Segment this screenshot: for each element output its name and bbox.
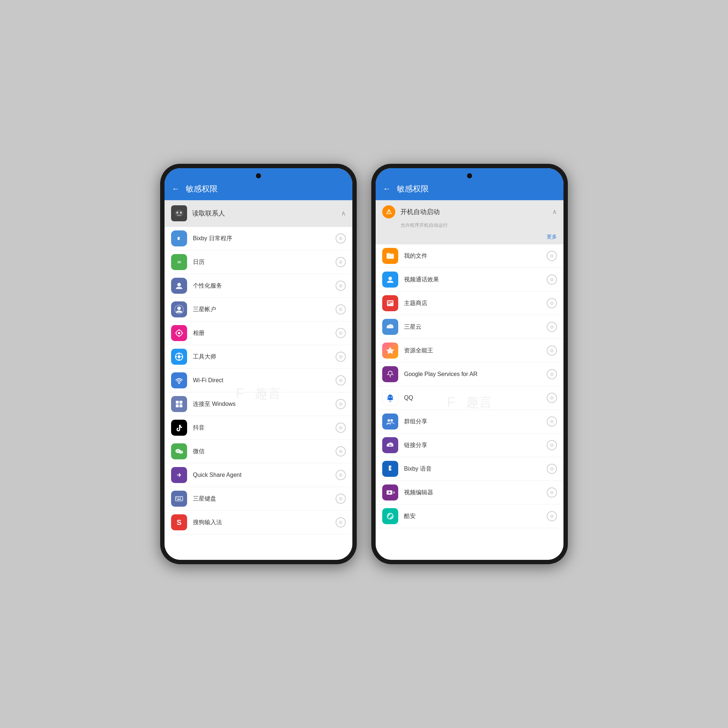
arrow-icon[interactable]: ⊙ [547, 416, 557, 427]
app-icon-theme [382, 295, 398, 311]
list-item[interactable]: Bixby 日常程序 ⊙ [165, 227, 352, 251]
list-item[interactable]: 资源全能王 ⊙ [376, 339, 563, 362]
list-item[interactable]: 链接分享 ⊙ [376, 434, 563, 457]
app-name: 我的文件 [404, 252, 547, 260]
list-item[interactable]: 主题商店 ⊙ [376, 292, 563, 315]
list-item[interactable]: Google Play Services for AR ⊙ [376, 362, 563, 386]
arrow-icon[interactable]: ⊙ [336, 423, 346, 433]
arrow-icon[interactable]: ⊙ [336, 399, 346, 409]
arrow-icon[interactable]: ⊙ [547, 511, 557, 521]
collapse-icon-left[interactable]: ∧ [341, 209, 346, 217]
list-item[interactable]: S 搜狗输入法 ⊙ [165, 511, 352, 534]
app-name: 主题商店 [404, 300, 547, 307]
list-item[interactable]: Quick Share Agent ⊙ [165, 463, 352, 487]
app-name: 抖音 [193, 424, 336, 432]
arrow-icon[interactable]: ⊙ [336, 446, 346, 456]
page-title-right: 敏感权限 [397, 184, 429, 194]
svg-marker-50 [393, 491, 395, 494]
groupshare-svg [385, 417, 395, 426]
arrow-icon[interactable]: ⊙ [547, 322, 557, 332]
arrow-icon[interactable]: ⊙ [336, 257, 346, 267]
section-header-right: ⚠ 开机自动启动 ∧ 允许程序开机自动运行 更多 [376, 200, 563, 244]
videoeditor-svg [385, 488, 395, 497]
svg-point-45 [391, 419, 393, 422]
arrow-icon[interactable]: ⊙ [336, 494, 346, 504]
svg-rect-17 [175, 356, 177, 358]
arrow-icon[interactable]: ⊙ [336, 233, 346, 243]
list-item[interactable]: 视频通话效果 ⊙ [376, 268, 563, 292]
arrow-icon[interactable]: ⊙ [547, 251, 557, 261]
list-item[interactable]: Wi-Fi Direct ⊙ [165, 369, 352, 392]
svg-rect-30 [176, 498, 177, 498]
svg-rect-20 [176, 401, 179, 404]
app-name: QQ [404, 395, 547, 401]
svg-point-44 [388, 419, 390, 422]
list-item[interactable]: 三星云 ⊙ [376, 315, 563, 339]
app-name: 工具大师 [193, 353, 336, 361]
arrow-icon[interactable]: ⊙ [547, 440, 557, 450]
list-item[interactable]: 相册 ⊙ [165, 321, 352, 345]
arrow-icon[interactable]: ⊙ [547, 298, 557, 308]
arrow-icon[interactable]: ⊙ [547, 487, 557, 498]
svg-point-41 [388, 395, 393, 401]
arrow-icon[interactable]: ⊙ [336, 352, 346, 362]
camera-left [256, 173, 261, 178]
svg-rect-33 [177, 499, 181, 500]
arrow-icon[interactable]: ⊙ [336, 304, 346, 315]
list-item[interactable]: QQ ⊙ [376, 386, 563, 410]
back-button-left[interactable]: ← [172, 184, 180, 194]
list-item[interactable]: 视频编辑器 ⊙ [376, 481, 563, 505]
svg-point-19 [178, 382, 180, 384]
app-icon-personal [171, 278, 187, 294]
arrow-icon[interactable]: ⊙ [336, 328, 346, 338]
app-list-left: F 趣言 Bixby 日常程序 ⊙ 28 [165, 227, 352, 560]
list-item[interactable]: 酷安 ⊙ [376, 505, 563, 528]
list-item[interactable]: 个性化服务 ⊙ [165, 274, 352, 298]
list-item[interactable]: Bixby 语音 ⊙ [376, 457, 563, 481]
keyboard-svg [174, 494, 184, 503]
myfiles-svg [385, 251, 395, 261]
arrow-icon[interactable]: ⊙ [336, 517, 346, 528]
list-item[interactable]: 抖音 ⊙ [165, 416, 352, 440]
svg-point-27 [178, 451, 179, 451]
header-right: ← 敏感权限 [376, 179, 563, 200]
svg-point-14 [177, 355, 180, 358]
list-item[interactable]: 工具大师 ⊙ [165, 345, 352, 369]
back-button-right[interactable]: ← [383, 184, 391, 194]
arrow-icon[interactable]: ⊙ [336, 470, 346, 480]
linkshare-svg [385, 440, 395, 450]
collapse-icon-right[interactable]: ∧ [552, 208, 557, 216]
app-icon-kuan [382, 508, 398, 524]
gallery-svg [174, 328, 184, 338]
arrow-icon[interactable]: ⊙ [547, 346, 557, 356]
more-link[interactable]: 更多 [376, 231, 563, 244]
arrow-icon[interactable]: ⊙ [336, 375, 346, 385]
list-item[interactable]: 连接至 Windows ⊙ [165, 392, 352, 416]
svg-marker-40 [386, 347, 394, 354]
list-item[interactable]: 三星键盘 ⊙ [165, 487, 352, 511]
list-item[interactable]: 三星帐户 ⊙ [165, 298, 352, 321]
app-name: 相册 [193, 329, 336, 337]
app-icon-wechat [171, 444, 187, 459]
arrow-icon[interactable]: ⊙ [547, 393, 557, 403]
arrow-icon[interactable]: ⊙ [336, 281, 346, 291]
arrow-icon[interactable]: ⊙ [547, 464, 557, 474]
app-icon-toolmaster [171, 349, 187, 365]
app-name: 搜狗输入法 [193, 519, 336, 526]
arrow-icon[interactable]: ⊙ [547, 369, 557, 379]
app-name: Wi-Fi Direct [193, 377, 336, 384]
app-icon-bixby-voice [382, 461, 398, 477]
app-name: 个性化服务 [193, 282, 336, 290]
app-icon-qq [382, 390, 398, 406]
arrow-icon[interactable]: ⊙ [547, 274, 557, 284]
svg-point-43 [391, 397, 392, 398]
list-item[interactable]: 28 日历 ⊙ [165, 251, 352, 274]
app-name: Bixby 日常程序 [193, 235, 336, 242]
app-icon-resource [382, 343, 398, 359]
section-header-top: ⚠ 开机自动启动 ∧ [376, 200, 563, 220]
list-item[interactable]: 微信 ⊙ [165, 440, 352, 463]
list-item[interactable]: 群组分享 ⊙ [376, 410, 563, 434]
app-name: Bixby 语音 [404, 465, 547, 473]
list-item[interactable]: 我的文件 ⊙ [376, 244, 563, 268]
page-title-left: 敏感权限 [186, 184, 218, 194]
